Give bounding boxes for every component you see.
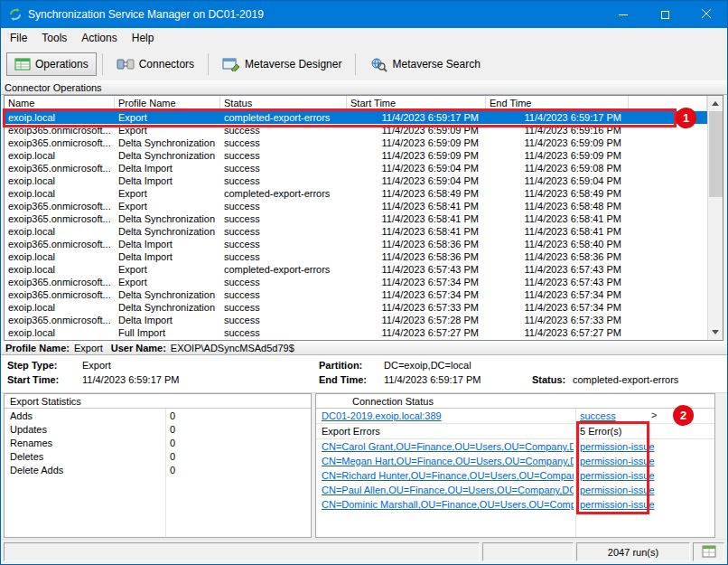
operation-row[interactable]: exoip365.onmicrosoft...Delta Synchroniza…	[5, 137, 707, 149]
operation-cell: exoip.local	[5, 149, 115, 162]
start-time-value: 11/4/2023 6:59:17 PM	[82, 374, 179, 385]
error-type-link[interactable]: permission-issue	[580, 456, 714, 466]
annotation-arrow: >	[651, 410, 657, 420]
operations-button[interactable]: Operations	[6, 52, 97, 76]
connectors-icon	[117, 57, 135, 71]
operations-table: Name Profile Name Status Start Time End …	[4, 95, 723, 341]
operation-row[interactable]: exoip365.onmicrosoft...Delta Importsucce…	[5, 162, 707, 174]
error-dn-link[interactable]: CN=Richard Hunter,OU=Finance,OU=Users,OU…	[322, 470, 574, 481]
maximize-button[interactable]	[644, 1, 686, 28]
operation-row[interactable]: exoip365.onmicrosoft...Delta Synchroniza…	[5, 212, 707, 225]
maximize-icon	[661, 11, 669, 19]
operation-row[interactable]: exoip.localFull Importsuccess11/4/2023 6…	[5, 326, 707, 339]
operation-cell: 11/4/2023 6:57:28 PM	[347, 314, 486, 326]
export-statistics-panel: Export Statistics Adds0Updates0Renames0D…	[4, 393, 312, 538]
operation-cell: Export	[115, 263, 220, 276]
close-button[interactable]	[686, 1, 727, 28]
operation-row[interactable]: exoip365.onmicrosoft...Exportsuccess11/4…	[5, 124, 707, 137]
column-header-start-time[interactable]: Start Time	[347, 96, 486, 110]
column-header-profile-name[interactable]: Profile Name	[115, 96, 220, 110]
metaverse-designer-button[interactable]: Metaverse Designer	[214, 52, 350, 76]
vertical-scrollbar[interactable]	[707, 96, 723, 340]
error-type-link[interactable]: permission-issue	[580, 441, 714, 452]
server-link[interactable]: DC01-2019.exoip.local:389	[322, 410, 575, 421]
operation-cell: success	[220, 276, 347, 288]
status-panel-runs: 2047 run(s)	[576, 542, 690, 561]
statistic-value: 0	[165, 438, 311, 448]
connectors-label: Connectors	[139, 58, 194, 71]
operation-row[interactable]: exoip365.onmicrosoft...Delta Synchroniza…	[5, 288, 707, 301]
operation-cell: 11/4/2023 6:58:41 PM	[347, 200, 486, 212]
end-time-value: 11/4/2023 6:59:17 PM	[384, 374, 481, 385]
statistic-label: Adds	[5, 410, 165, 421]
operation-row[interactable]: exoip.localExportcompleted-export-errors…	[5, 263, 707, 276]
error-dn-link[interactable]: CN=Carol Grant,OU=Finance,OU=Users,OU=Co…	[322, 441, 574, 452]
metaverse-designer-icon	[222, 57, 240, 71]
operation-cell-filler	[629, 301, 707, 314]
operation-row[interactable]: exoip365.onmicrosoft...Delta Importsucce…	[5, 314, 707, 326]
operation-row[interactable]: exoip365.onmicrosoft...Exportsuccess11/4…	[5, 200, 707, 212]
operation-cell: 11/4/2023 6:58:49 PM	[347, 187, 486, 200]
toolbar-separator	[208, 53, 209, 75]
menu-actions[interactable]: Actions	[74, 29, 124, 47]
column-header-end-time[interactable]: End Time	[486, 96, 629, 110]
status-panel-icon	[693, 542, 724, 561]
menu-file[interactable]: File	[3, 29, 34, 47]
metaverse-designer-label: Metaverse Designer	[245, 58, 341, 71]
operation-row[interactable]: exoip.localExportcompleted-export-errors…	[5, 187, 707, 200]
scroll-down-arrow[interactable]	[708, 325, 723, 340]
scroll-thumb[interactable]	[709, 111, 723, 197]
step-type-value: Export	[82, 360, 111, 371]
operation-cell: Export	[115, 276, 220, 288]
operation-cell-filler	[629, 149, 707, 162]
column-header-name[interactable]: Name	[5, 96, 115, 110]
column-header-status[interactable]: Status	[220, 96, 347, 110]
metaverse-search-button[interactable]: Metaverse Search	[361, 52, 488, 77]
error-type-link[interactable]: permission-issue	[580, 470, 714, 481]
operation-row[interactable]: exoip.localExportcompleted-export-errors…	[5, 111, 707, 124]
operation-cell-filler	[629, 137, 707, 149]
error-dn-link[interactable]: CN=Paul Allen,OU=Finance,OU=Users,OU=Com…	[322, 485, 574, 495]
export-error-row: CN=Megan Hart,OU=Finance,OU=Users,OU=Com…	[316, 454, 714, 468]
operation-cell: 11/4/2023 6:57:43 PM	[347, 263, 486, 276]
menu-help[interactable]: Help	[125, 29, 162, 47]
operation-cell: exoip365.onmicrosoft...	[5, 238, 115, 250]
error-dn-link[interactable]: CN=Dominic Marshall,OU=Finance,OU=Users,…	[322, 499, 574, 510]
operation-row[interactable]: exoip.localDelta Importsuccess11/4/2023 …	[5, 174, 707, 187]
error-type-link[interactable]: permission-issue	[580, 499, 714, 510]
operation-cell: 11/4/2023 6:59:04 PM	[347, 174, 486, 187]
operation-cell: exoip.local	[5, 187, 115, 200]
operation-cell-filler	[629, 187, 707, 200]
operation-row[interactable]: exoip.localDelta Synchronizationsuccess1…	[5, 301, 707, 314]
menu-tools[interactable]: Tools	[34, 29, 74, 47]
statistic-row: Renames0	[5, 436, 311, 449]
statistics-column-divider	[165, 394, 166, 537]
scroll-up-arrow[interactable]	[708, 96, 723, 111]
operation-cell: exoip365.onmicrosoft...	[5, 314, 115, 326]
operation-row[interactable]: exoip365.onmicrosoft...Exportsuccess11/4…	[5, 276, 707, 288]
operation-cell: success	[220, 174, 347, 187]
down-triangle-icon	[712, 330, 719, 334]
app-icon	[8, 7, 23, 22]
error-type-link[interactable]: permission-issue	[580, 485, 714, 495]
error-dn-link[interactable]: CN=Megan Hart,OU=Finance,OU=Users,OU=Com…	[322, 456, 574, 466]
title-bar: Synchronization Service Manager on DC01-…	[1, 1, 727, 28]
operation-row[interactable]: exoip365.onmicrosoft...Delta Importsucce…	[5, 238, 707, 250]
operation-row[interactable]: exoip.localDelta Importsuccess11/4/2023 …	[5, 250, 707, 263]
operation-cell: exoip.local	[5, 174, 115, 187]
operation-cell: success	[220, 212, 347, 225]
operation-cell: Delta Import	[115, 174, 220, 187]
operation-row[interactable]: exoip.localDelta Synchronizationsuccess1…	[5, 225, 707, 238]
connectors-button[interactable]: Connectors	[108, 52, 202, 76]
operation-cell-filler	[629, 326, 707, 339]
window-title: Synchronization Service Manager on DC01-…	[28, 8, 602, 21]
operation-cell: 11/4/2023 6:58:40 PM	[486, 238, 629, 250]
statistic-label: Delete Adds	[5, 465, 165, 476]
operation-cell: Delta Synchronization	[115, 301, 220, 314]
start-time-label: Start Time:	[7, 374, 59, 385]
minimize-button[interactable]	[602, 1, 644, 28]
operation-row[interactable]: exoip.localDelta Synchronizationsuccess1…	[5, 149, 707, 162]
runs-count: 2047 run(s)	[608, 547, 658, 558]
close-icon	[702, 9, 711, 20]
server-status-link[interactable]: success	[580, 410, 714, 421]
